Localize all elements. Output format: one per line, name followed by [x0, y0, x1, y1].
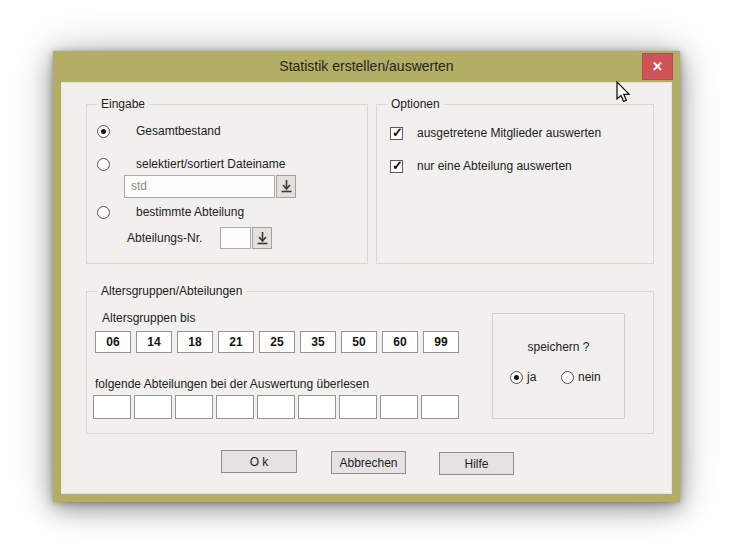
age-limit-input[interactable]: 14: [136, 331, 172, 353]
age-limit-input[interactable]: 50: [341, 331, 377, 353]
statistik-dialog: Statistik erstellen/auswerten ✕ Eingabe …: [53, 51, 680, 502]
group-optionen: Optionen ✓ ausgetretene Mitglieder auswe…: [376, 104, 654, 264]
radio-ja-label: ja: [527, 370, 536, 384]
abteilungs-nr-input[interactable]: [220, 227, 251, 249]
speichern-box: speichern ? ja nein: [492, 313, 625, 419]
skip-dept-input[interactable]: [175, 395, 213, 419]
skip-dept-input[interactable]: [216, 395, 254, 419]
age-limit-input[interactable]: 25: [259, 331, 295, 353]
skip-dept-input[interactable]: [421, 395, 459, 419]
abteilung-picker-button[interactable]: [252, 227, 272, 249]
checkbox-icon-checked[interactable]: ✓: [390, 160, 403, 173]
help-button[interactable]: Hilfe: [439, 452, 514, 475]
checkbox-icon-checked[interactable]: ✓: [390, 127, 403, 140]
radio-icon-abteilung[interactable]: [97, 206, 110, 219]
dialog-title: Statistik erstellen/auswerten: [279, 58, 453, 74]
dateiname-picker-button[interactable]: [276, 175, 296, 198]
skip-dept-input[interactable]: [339, 395, 377, 419]
check-icon: ✓: [391, 158, 404, 173]
speichern-label: speichern ?: [493, 340, 624, 354]
radio-abteilung[interactable]: bestimmte Abteilung: [97, 205, 244, 219]
close-icon: ✕: [652, 59, 663, 74]
dateiname-input[interactable]: std: [124, 175, 275, 198]
age-limit-input[interactable]: 18: [177, 331, 213, 353]
radio-abteilung-label: bestimmte Abteilung: [136, 205, 244, 219]
radio-icon-nein[interactable]: [561, 371, 574, 384]
skip-dept-input[interactable]: [134, 395, 172, 419]
check-icon: ✓: [391, 125, 404, 140]
dialog-content: Eingabe Gesamtbestand selektiert/sortier…: [61, 82, 672, 494]
close-button[interactable]: ✕: [642, 53, 673, 80]
checkbox-ausgetretene[interactable]: ✓ ausgetretene Mitglieder auswerten: [390, 126, 601, 140]
download-arrow-icon: [256, 231, 269, 246]
ok-button[interactable]: O k: [221, 450, 297, 473]
radio-nein-label: nein: [578, 370, 601, 384]
skip-dept-input[interactable]: [380, 395, 418, 419]
titlebar[interactable]: Statistik erstellen/auswerten: [53, 51, 680, 82]
skip-dept-input[interactable]: [93, 395, 131, 419]
altersgruppen-bis-label: Altersgruppen bis: [102, 311, 195, 325]
radio-gesamtbestand-label: Gesamtbestand: [136, 124, 221, 138]
radio-icon-ja[interactable]: [510, 371, 523, 384]
age-limit-input[interactable]: 60: [382, 331, 418, 353]
checkbox-ausgetretene-label: ausgetretene Mitglieder auswerten: [417, 126, 601, 140]
age-limit-input[interactable]: 21: [218, 331, 254, 353]
group-altersgruppen: Altersgruppen/Abteilungen Altersgruppen …: [86, 291, 654, 434]
radio-icon-gesamtbestand[interactable]: [97, 125, 110, 138]
abteilungs-nr-label: Abteilungs-Nr.: [127, 231, 202, 245]
skip-dept-input[interactable]: [257, 395, 295, 419]
group-eingabe: Eingabe Gesamtbestand selektiert/sortier…: [86, 104, 368, 264]
group-optionen-label: Optionen: [387, 97, 444, 112]
checkbox-nur-eine-abteilung[interactable]: ✓ nur eine Abteilung auswerten: [390, 159, 572, 173]
group-eingabe-label: Eingabe: [97, 97, 149, 112]
age-limit-input[interactable]: 06: [95, 331, 131, 353]
ueberlesen-label: folgende Abteilungen bei der Auswertung …: [95, 377, 369, 391]
skip-dept-input[interactable]: [298, 395, 336, 419]
altersgruppen-bis-row: 06 14 18 21 25 35 50 60 99: [95, 331, 459, 353]
ueberlesen-row: [93, 395, 459, 419]
age-limit-input[interactable]: 99: [423, 331, 459, 353]
radio-speichern-ja[interactable]: ja: [510, 370, 536, 384]
radio-selektiert[interactable]: selektiert/sortiert Dateiname: [97, 157, 285, 171]
radio-gesamtbestand[interactable]: Gesamtbestand: [97, 124, 221, 138]
checkbox-nur-eine-abteilung-label: nur eine Abteilung auswerten: [417, 159, 572, 173]
cancel-button[interactable]: Abbrechen: [331, 451, 406, 474]
radio-speichern-nein[interactable]: nein: [561, 370, 601, 384]
radio-icon-selektiert[interactable]: [97, 158, 110, 171]
download-arrow-icon: [280, 179, 293, 194]
radio-selektiert-label: selektiert/sortiert Dateiname: [136, 157, 285, 171]
group-altersgruppen-label: Altersgruppen/Abteilungen: [97, 284, 246, 299]
age-limit-input[interactable]: 35: [300, 331, 336, 353]
